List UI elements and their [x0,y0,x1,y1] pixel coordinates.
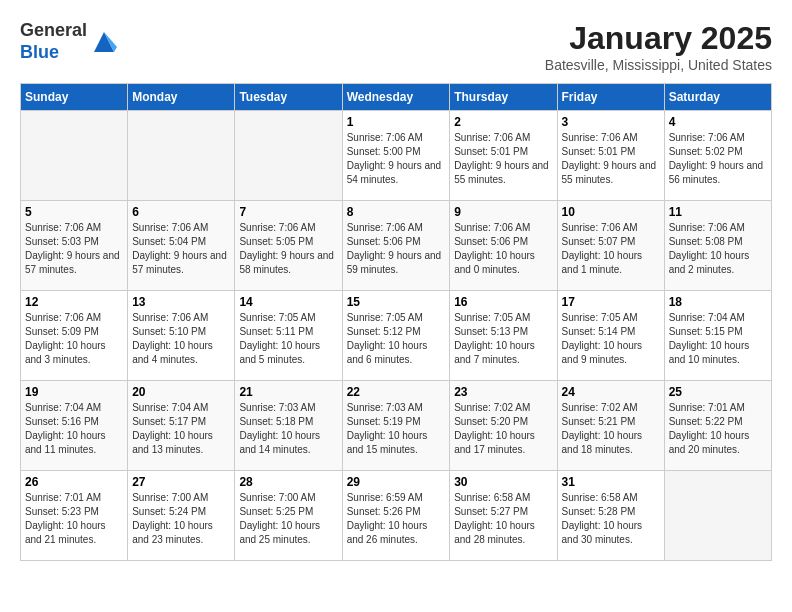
day-number: 4 [669,115,767,129]
calendar-cell: 15Sunrise: 7:05 AMSunset: 5:12 PMDayligh… [342,291,450,381]
day-number: 21 [239,385,337,399]
weekday-header-saturday: Saturday [664,84,771,111]
day-number: 6 [132,205,230,219]
calendar-week-row: 5Sunrise: 7:06 AMSunset: 5:03 PMDaylight… [21,201,772,291]
day-info: Sunrise: 7:05 AMSunset: 5:14 PMDaylight:… [562,311,660,367]
day-number: 27 [132,475,230,489]
day-info: Sunrise: 7:04 AMSunset: 5:15 PMDaylight:… [669,311,767,367]
calendar-cell: 31Sunrise: 6:58 AMSunset: 5:28 PMDayligh… [557,471,664,561]
calendar-cell [664,471,771,561]
logo-text: General Blue [20,20,87,63]
day-number: 24 [562,385,660,399]
calendar-cell: 4Sunrise: 7:06 AMSunset: 5:02 PMDaylight… [664,111,771,201]
calendar-cell: 18Sunrise: 7:04 AMSunset: 5:15 PMDayligh… [664,291,771,381]
calendar-table: SundayMondayTuesdayWednesdayThursdayFrid… [20,83,772,561]
calendar-cell: 5Sunrise: 7:06 AMSunset: 5:03 PMDaylight… [21,201,128,291]
day-number: 13 [132,295,230,309]
calendar-cell: 10Sunrise: 7:06 AMSunset: 5:07 PMDayligh… [557,201,664,291]
weekday-header-friday: Friday [557,84,664,111]
calendar-cell: 17Sunrise: 7:05 AMSunset: 5:14 PMDayligh… [557,291,664,381]
day-info: Sunrise: 7:06 AMSunset: 5:04 PMDaylight:… [132,221,230,277]
day-number: 19 [25,385,123,399]
calendar-title: January 2025 [545,20,772,57]
day-info: Sunrise: 7:05 AMSunset: 5:13 PMDaylight:… [454,311,552,367]
day-info: Sunrise: 6:58 AMSunset: 5:28 PMDaylight:… [562,491,660,547]
calendar-week-row: 19Sunrise: 7:04 AMSunset: 5:16 PMDayligh… [21,381,772,471]
day-number: 17 [562,295,660,309]
day-info: Sunrise: 7:06 AMSunset: 5:10 PMDaylight:… [132,311,230,367]
calendar-cell: 12Sunrise: 7:06 AMSunset: 5:09 PMDayligh… [21,291,128,381]
day-info: Sunrise: 7:06 AMSunset: 5:01 PMDaylight:… [454,131,552,187]
calendar-cell: 29Sunrise: 6:59 AMSunset: 5:26 PMDayligh… [342,471,450,561]
day-info: Sunrise: 7:01 AMSunset: 5:22 PMDaylight:… [669,401,767,457]
calendar-cell: 30Sunrise: 6:58 AMSunset: 5:27 PMDayligh… [450,471,557,561]
calendar-cell: 8Sunrise: 7:06 AMSunset: 5:06 PMDaylight… [342,201,450,291]
logo-icon [89,27,119,57]
day-info: Sunrise: 7:03 AMSunset: 5:18 PMDaylight:… [239,401,337,457]
day-number: 5 [25,205,123,219]
day-info: Sunrise: 7:03 AMSunset: 5:19 PMDaylight:… [347,401,446,457]
day-number: 14 [239,295,337,309]
day-number: 26 [25,475,123,489]
day-info: Sunrise: 7:04 AMSunset: 5:16 PMDaylight:… [25,401,123,457]
day-number: 10 [562,205,660,219]
weekday-header-row: SundayMondayTuesdayWednesdayThursdayFrid… [21,84,772,111]
day-info: Sunrise: 7:06 AMSunset: 5:08 PMDaylight:… [669,221,767,277]
calendar-cell: 16Sunrise: 7:05 AMSunset: 5:13 PMDayligh… [450,291,557,381]
calendar-cell: 2Sunrise: 7:06 AMSunset: 5:01 PMDaylight… [450,111,557,201]
calendar-cell: 25Sunrise: 7:01 AMSunset: 5:22 PMDayligh… [664,381,771,471]
weekday-header-wednesday: Wednesday [342,84,450,111]
day-info: Sunrise: 7:06 AMSunset: 5:00 PMDaylight:… [347,131,446,187]
title-block: January 2025 Batesville, Mississippi, Un… [545,20,772,73]
day-info: Sunrise: 7:06 AMSunset: 5:06 PMDaylight:… [454,221,552,277]
day-info: Sunrise: 7:06 AMSunset: 5:05 PMDaylight:… [239,221,337,277]
calendar-cell: 22Sunrise: 7:03 AMSunset: 5:19 PMDayligh… [342,381,450,471]
day-info: Sunrise: 7:06 AMSunset: 5:03 PMDaylight:… [25,221,123,277]
calendar-cell: 21Sunrise: 7:03 AMSunset: 5:18 PMDayligh… [235,381,342,471]
calendar-cell: 11Sunrise: 7:06 AMSunset: 5:08 PMDayligh… [664,201,771,291]
calendar-cell [235,111,342,201]
day-number: 3 [562,115,660,129]
calendar-cell: 27Sunrise: 7:00 AMSunset: 5:24 PMDayligh… [128,471,235,561]
day-info: Sunrise: 7:06 AMSunset: 5:06 PMDaylight:… [347,221,446,277]
day-number: 15 [347,295,446,309]
day-info: Sunrise: 7:02 AMSunset: 5:20 PMDaylight:… [454,401,552,457]
calendar-cell: 28Sunrise: 7:00 AMSunset: 5:25 PMDayligh… [235,471,342,561]
day-info: Sunrise: 7:01 AMSunset: 5:23 PMDaylight:… [25,491,123,547]
calendar-cell: 3Sunrise: 7:06 AMSunset: 5:01 PMDaylight… [557,111,664,201]
day-info: Sunrise: 7:00 AMSunset: 5:25 PMDaylight:… [239,491,337,547]
day-number: 11 [669,205,767,219]
day-info: Sunrise: 7:06 AMSunset: 5:01 PMDaylight:… [562,131,660,187]
weekday-header-thursday: Thursday [450,84,557,111]
day-number: 30 [454,475,552,489]
calendar-week-row: 26Sunrise: 7:01 AMSunset: 5:23 PMDayligh… [21,471,772,561]
day-number: 7 [239,205,337,219]
day-info: Sunrise: 7:06 AMSunset: 5:07 PMDaylight:… [562,221,660,277]
day-number: 12 [25,295,123,309]
weekday-header-monday: Monday [128,84,235,111]
day-number: 1 [347,115,446,129]
calendar-cell: 14Sunrise: 7:05 AMSunset: 5:11 PMDayligh… [235,291,342,381]
day-number: 23 [454,385,552,399]
calendar-cell: 6Sunrise: 7:06 AMSunset: 5:04 PMDaylight… [128,201,235,291]
day-info: Sunrise: 7:05 AMSunset: 5:11 PMDaylight:… [239,311,337,367]
day-number: 16 [454,295,552,309]
day-info: Sunrise: 7:05 AMSunset: 5:12 PMDaylight:… [347,311,446,367]
day-number: 8 [347,205,446,219]
day-number: 22 [347,385,446,399]
day-number: 9 [454,205,552,219]
page-header: General Blue January 2025 Batesville, Mi… [20,20,772,73]
weekday-header-sunday: Sunday [21,84,128,111]
day-info: Sunrise: 7:00 AMSunset: 5:24 PMDaylight:… [132,491,230,547]
calendar-cell: 9Sunrise: 7:06 AMSunset: 5:06 PMDaylight… [450,201,557,291]
day-number: 31 [562,475,660,489]
calendar-cell: 19Sunrise: 7:04 AMSunset: 5:16 PMDayligh… [21,381,128,471]
day-number: 25 [669,385,767,399]
calendar-cell: 1Sunrise: 7:06 AMSunset: 5:00 PMDaylight… [342,111,450,201]
day-number: 18 [669,295,767,309]
logo: General Blue [20,20,119,63]
day-number: 2 [454,115,552,129]
calendar-cell [21,111,128,201]
day-info: Sunrise: 7:06 AMSunset: 5:02 PMDaylight:… [669,131,767,187]
weekday-header-tuesday: Tuesday [235,84,342,111]
